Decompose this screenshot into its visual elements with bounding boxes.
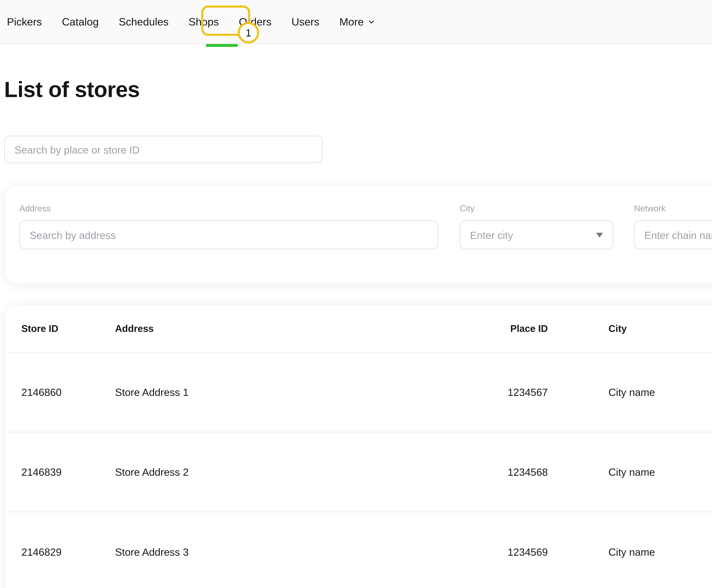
nav-item-more[interactable]: More — [339, 16, 375, 28]
header-place-id: Place ID — [457, 323, 548, 334]
top-nav: Pickers Catalog Schedules Shops Orders U… — [0, 0, 712, 44]
table-row: 2146829 Store Address 3 1234569 City nam… — [5, 511, 712, 588]
nav-items: Pickers Catalog Schedules Shops Orders U… — [0, 16, 375, 28]
header-city: City — [548, 323, 712, 334]
city-filter-select[interactable]: Enter city — [460, 220, 613, 249]
cell-address: Store Address 3 — [115, 546, 457, 558]
cell-place-id: 1234567 — [457, 386, 548, 398]
table-row: 2146839 Store Address 2 1234568 City nam… — [5, 432, 712, 511]
cell-city: City name — [548, 386, 712, 398]
city-filter-label: City — [460, 204, 474, 213]
page-title: List of stores — [4, 77, 140, 103]
cell-city: City name — [548, 546, 712, 558]
nav-item-schedules[interactable]: Schedules — [119, 16, 169, 28]
address-filter-label: Address — [19, 204, 51, 213]
chevron-down-icon — [367, 18, 375, 26]
cell-address: Store Address 1 — [115, 386, 457, 398]
nav-item-pickers[interactable]: Pickers — [7, 16, 42, 28]
nav-item-users[interactable]: Users — [291, 16, 320, 28]
cell-store-id: 2146839 — [21, 466, 115, 478]
nav-item-more-label: More — [339, 16, 364, 28]
table-header-row: Store ID Address Place ID City Network S… — [5, 305, 712, 352]
cell-place-id: 1234569 — [457, 546, 548, 558]
search-input[interactable] — [4, 135, 323, 163]
nav-item-catalog[interactable]: Catalog — [62, 16, 99, 28]
cell-store-id: 2146860 — [21, 386, 115, 398]
filters-panel: Address City Network Status Enter city E… — [5, 186, 712, 283]
cell-store-id: 2146829 — [21, 546, 115, 558]
stores-table: Store ID Address Place ID City Network S… — [5, 305, 712, 588]
app-window: Pickers Catalog Schedules Shops Orders U… — [0, 0, 712, 588]
nav-item-shops[interactable]: Shops — [188, 16, 219, 28]
city-filter-placeholder: Enter city — [470, 229, 513, 240]
network-filter-placeholder: Enter chain name — [644, 229, 712, 240]
cell-city: City name — [548, 466, 712, 478]
cell-place-id: 1234568 — [457, 466, 548, 478]
nav-item-orders[interactable]: Orders — [239, 16, 271, 28]
network-filter-select[interactable]: Enter chain name — [634, 220, 712, 249]
active-tab-underline — [206, 44, 238, 47]
table-row: 2146860 Store Address 1 1234567 City nam… — [5, 352, 712, 432]
header-store-id: Store ID — [21, 323, 115, 334]
address-filter-input[interactable] — [19, 220, 438, 249]
caret-down-icon — [596, 232, 603, 237]
network-filter-label: Network — [634, 204, 666, 213]
header-address: Address — [115, 323, 457, 334]
cell-address: Store Address 2 — [115, 466, 457, 478]
